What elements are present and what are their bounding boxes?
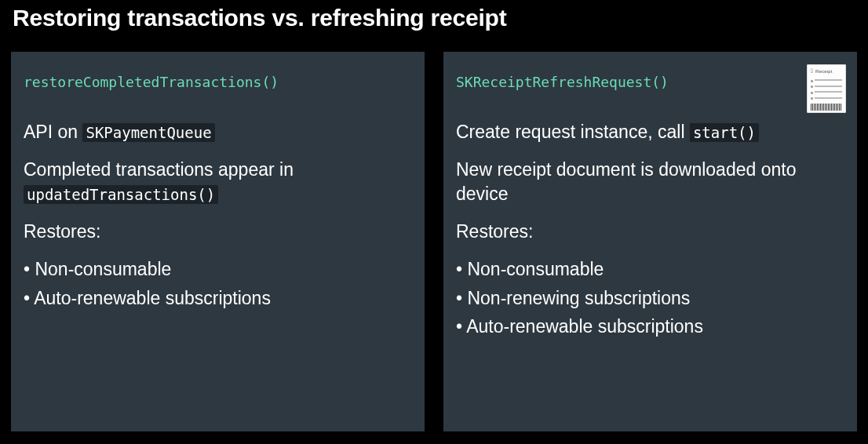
right-api-name: SKReceiptRefreshRequest() (456, 74, 844, 90)
list-item: Non-consumable (456, 257, 844, 281)
text: Create request instance, call (456, 122, 690, 142)
text: Completed transactions appear in (24, 159, 294, 180)
inline-code: updatedTransactions() (24, 185, 218, 204)
slide-title: Restoring transactions vs. refreshing re… (11, 0, 857, 52)
list-item: Non-renewing subscriptions (456, 286, 844, 310)
right-restores-list: Non-consumable Non-renewing subscription… (456, 257, 844, 338)
receipt-icon-label: Receipt (815, 69, 833, 74)
right-line-1: Create request instance, call start() (456, 120, 844, 144)
left-api-name: restoreCompletedTransactions() (24, 74, 412, 90)
left-line-2: Completed transactions appear in updated… (24, 158, 412, 206)
right-line-2: New receipt document is downloaded onto … (456, 158, 844, 206)
columns: restoreCompletedTransactions() API on SK… (11, 52, 857, 431)
text: API on (24, 122, 82, 142)
list-item: Auto-renewable subscriptions (24, 286, 412, 310)
left-panel: restoreCompletedTransactions() API on SK… (11, 52, 425, 431)
list-item: Non-consumable (24, 257, 412, 281)
barcode-icon (811, 104, 842, 111)
right-restores-label: Restores: (456, 220, 844, 243)
left-restores-list: Non-consumable Auto-renewable subscripti… (24, 257, 412, 310)
slide: Restoring transactions vs. refreshing re… (0, 0, 868, 431)
right-panel:  Receipt SKReceiptRefreshRequest() Crea… (443, 52, 857, 431)
list-item: Auto-renewable subscriptions (456, 315, 844, 338)
inline-code: SKPaymentQueue (82, 123, 214, 142)
left-restores-label: Restores: (24, 220, 412, 243)
inline-code: start() (690, 123, 759, 142)
receipt-icon:  Receipt (807, 64, 846, 113)
apple-logo-icon:  (811, 68, 813, 75)
left-line-1: API on SKPaymentQueue (24, 120, 412, 144)
